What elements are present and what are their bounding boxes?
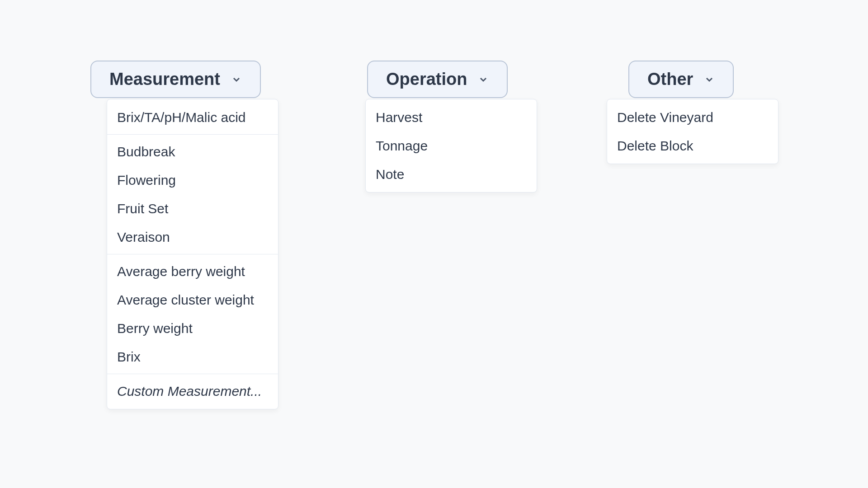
menu-item[interactable]: Budbreak: [107, 137, 278, 166]
menu-item[interactable]: Brix: [107, 343, 278, 371]
other-dropdown-label: Other: [647, 70, 693, 89]
chevron-down-icon: [704, 74, 715, 85]
measurement-dropdown-menu: Brix/TA/pH/Malic acid Budbreak Flowering…: [107, 99, 278, 409]
menu-item[interactable]: Berry weight: [107, 314, 278, 343]
menu-item[interactable]: Note: [366, 160, 537, 188]
menu-item[interactable]: Brix/TA/pH/Malic acid: [107, 103, 278, 131]
other-dropdown-button[interactable]: Other: [628, 61, 734, 98]
menu-item[interactable]: Harvest: [366, 103, 537, 131]
menu-item[interactable]: Tonnage: [366, 131, 537, 160]
operation-dropdown-label: Operation: [386, 70, 467, 89]
menu-item[interactable]: Fruit Set: [107, 194, 278, 223]
operation-dropdown-button[interactable]: Operation: [367, 61, 508, 98]
menu-divider: [107, 254, 278, 254]
menu-divider: [107, 374, 278, 374]
operation-dropdown-group: Operation Harvest Tonnage Note: [367, 61, 537, 192]
measurement-dropdown-label: Measurement: [109, 70, 220, 89]
menu-item[interactable]: Delete Vineyard: [607, 103, 778, 131]
measurement-dropdown-group: Measurement Brix/TA/pH/Malic acid Budbre…: [90, 61, 278, 409]
menu-item[interactable]: Average berry weight: [107, 257, 278, 286]
chevron-down-icon: [231, 74, 242, 85]
measurement-dropdown-button[interactable]: Measurement: [90, 61, 261, 98]
menu-item[interactable]: Delete Block: [607, 131, 778, 160]
menu-divider: [107, 134, 278, 135]
menu-item[interactable]: Flowering: [107, 166, 278, 194]
menu-item[interactable]: Veraison: [107, 223, 278, 251]
menu-item-custom-measurement[interactable]: Custom Measurement...: [107, 377, 278, 405]
operation-dropdown-menu: Harvest Tonnage Note: [365, 99, 537, 192]
other-dropdown-menu: Delete Vineyard Delete Block: [607, 99, 778, 164]
menu-item[interactable]: Average cluster weight: [107, 286, 278, 314]
chevron-down-icon: [478, 74, 489, 85]
other-dropdown-group: Other Delete Vineyard Delete Block: [628, 61, 778, 164]
